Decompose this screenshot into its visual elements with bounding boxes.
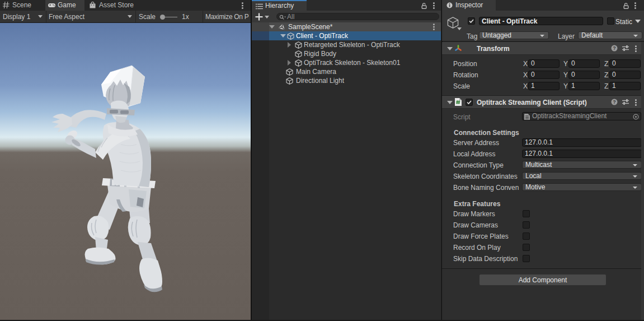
svg-text:?: ? xyxy=(613,99,615,105)
svg-text:?: ? xyxy=(613,45,615,51)
